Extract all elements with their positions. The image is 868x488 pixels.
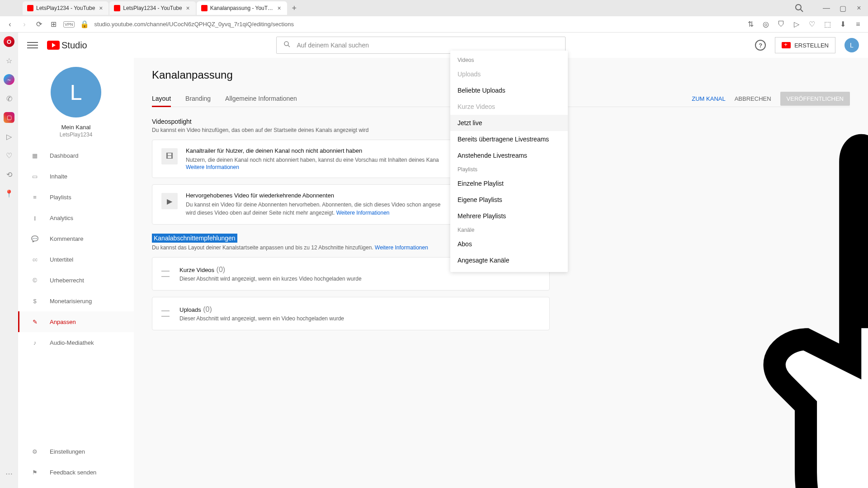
reload-icon[interactable]: ⟳ (34, 20, 43, 29)
avatar[interactable]: L (844, 38, 859, 52)
create-icon (782, 42, 791, 48)
opera-logo-icon[interactable]: O (4, 36, 14, 47)
customize-icon: ✎ (30, 317, 40, 327)
close-icon[interactable]: × (276, 5, 283, 11)
close-icon[interactable]: × (185, 5, 191, 11)
youtube-icon (47, 41, 60, 50)
back-icon[interactable]: ‹ (5, 20, 14, 29)
sections-sub: Du kannst das Layout deiner Kanalstartse… (152, 244, 373, 251)
forward-icon[interactable]: › (20, 20, 29, 29)
help-icon[interactable]: ? (755, 40, 766, 51)
lock-icon[interactable]: 🔒 (80, 20, 89, 29)
menu-icon[interactable]: ≡ (854, 20, 863, 29)
send-icon[interactable]: ▷ (792, 20, 801, 29)
sections-title: Kanalabschnittempfehlungen (152, 234, 237, 243)
dd-item-jetzt-live[interactable]: Jetzt live (450, 115, 568, 131)
featured-title: Hervorgehobenes Video für wiederkehrende… (186, 192, 440, 199)
nav-audio[interactable]: ♪Audio-Mediathek (18, 332, 134, 353)
minimize-icon[interactable]: — (821, 3, 832, 14)
svg-line-3 (288, 45, 290, 47)
close-window-icon[interactable]: × (854, 3, 864, 14)
download-icon[interactable]: ⬇ (838, 20, 847, 29)
sc-desc: Dieser Abschnitt wird angezeigt, wenn ei… (179, 315, 344, 322)
pin-icon[interactable]: 📍 (4, 188, 14, 199)
gear-icon: ⚙ (30, 446, 40, 456)
tab-branding[interactable]: Branding (185, 90, 211, 107)
nav-label: Anpassen (50, 319, 76, 325)
sync-icon[interactable]: ⇅ (746, 20, 755, 29)
studio-logo[interactable]: Studio (47, 40, 87, 51)
analytics-icon: ⫿ (30, 213, 40, 223)
nav-monetarisierung[interactable]: $Monetarisierung (18, 291, 134, 311)
heart-icon[interactable]: ♡ (807, 20, 816, 29)
trailer-link[interactable]: Weitere Informationen (186, 164, 439, 170)
dd-item-kurze[interactable]: Kurze Videos (450, 99, 568, 115)
publish-button[interactable]: VERÖFFENTLICHEN (780, 92, 850, 106)
whatsapp-icon[interactable]: ✆ (4, 93, 14, 104)
messenger-icon[interactable]: ~ (4, 74, 14, 85)
dd-item-einzelne[interactable]: Einzelne Playlist (450, 175, 568, 192)
create-button[interactable]: ERSTELLEN (775, 37, 835, 53)
nav-playlists[interactable]: ≡Playlists (18, 187, 134, 207)
nav-inhalte[interactable]: ▭Inhalte (18, 166, 134, 187)
nav-feedback[interactable]: ⚑Feedback senden (18, 462, 134, 483)
search-input[interactable] (297, 42, 559, 49)
nav-label: Urheberrecht (50, 277, 84, 284)
nav-einstellungen[interactable]: ⚙Einstellungen (18, 441, 134, 462)
dd-item-bereits[interactable]: Bereits übertragene Livestreams (450, 131, 568, 147)
channel-avatar[interactable]: L (51, 67, 101, 117)
more-icon[interactable]: ⋯ (4, 468, 14, 479)
play-icon[interactable]: ▷ (4, 131, 14, 142)
nav-analytics[interactable]: ⫿Analytics (18, 207, 134, 228)
svg-point-0 (796, 5, 801, 10)
dd-item-abos[interactable]: Abos (450, 236, 568, 252)
browser-tab-0[interactable]: LetsPlay1234 - YouTube × (23, 1, 108, 15)
shield-icon[interactable]: ⛉ (777, 20, 786, 29)
heart-sidebar-icon[interactable]: ♡ (4, 150, 14, 161)
drag-handle-icon[interactable] (161, 271, 170, 277)
dd-item-mehrere[interactable]: Mehrere Playlists (450, 208, 568, 224)
dd-item-angesagte[interactable]: Angesagte Kanäle (450, 252, 568, 268)
dd-item-uploads[interactable]: Uploads (450, 66, 568, 82)
cube-icon[interactable]: ⬚ (823, 20, 832, 29)
nav-urheberrecht[interactable]: ©Urheberrecht (18, 270, 134, 291)
featured-link[interactable]: Weitere Informationen (336, 210, 390, 216)
maximize-icon[interactable]: ▢ (837, 3, 848, 14)
search-icon[interactable] (794, 3, 805, 14)
nav-label: Playlists (50, 194, 71, 201)
star-icon[interactable]: ☆ (4, 55, 14, 66)
nav-anpassen[interactable]: ✎Anpassen (18, 311, 134, 332)
close-icon[interactable]: × (98, 5, 104, 11)
instagram-icon[interactable]: ▢ (4, 112, 14, 123)
new-tab-button[interactable]: + (288, 2, 301, 14)
apps-icon[interactable]: ⊞ (49, 20, 58, 29)
tab-info[interactable]: Allgemeine Informationen (225, 90, 297, 107)
tab-favicon (114, 5, 120, 11)
dd-item-beliebte[interactable]: Beliebte Uploads (450, 82, 568, 99)
nav-label: Monetarisierung (50, 298, 92, 305)
channel-block: L Mein Kanal LetsPlay1234 (18, 58, 134, 145)
tab-layout[interactable]: Layout (152, 90, 171, 107)
trailer-title: Kanaltrailer für Nutzer, die deinen Kana… (186, 147, 439, 154)
vpn-icon[interactable]: VPN (63, 21, 75, 28)
camera-icon[interactable]: ◎ (761, 20, 770, 29)
url-text[interactable]: studio.youtube.com/channel/UCocN6zQPHQZ_… (94, 21, 741, 28)
drag-handle-icon[interactable] (161, 310, 170, 317)
hamburger-icon[interactable] (27, 40, 38, 51)
zum-kanal-button[interactable]: ZUM KANAL (692, 95, 725, 102)
nav-kommentare[interactable]: 💬Kommentare (18, 228, 134, 249)
channel-handle: LetsPlay1234 (60, 131, 93, 138)
history-icon[interactable]: ⟲ (4, 169, 14, 180)
sections-sub-link[interactable]: Weitere Informationen (375, 244, 428, 251)
left-nav: L Mein Kanal LetsPlay1234 ▦Dashboard ▭In… (18, 58, 134, 488)
section-card-1[interactable]: Uploads (0) Dieser Abschnitt wird angeze… (152, 297, 550, 330)
browser-tab-2[interactable]: Kanalanpassung - YouTub × (197, 1, 287, 15)
abbrechen-button[interactable]: ABBRECHEN (735, 95, 771, 102)
browser-tab-1[interactable]: LetsPlay1234 - YouTube × (109, 1, 195, 15)
dd-item-eigene[interactable]: Eigene Playlists (450, 192, 568, 208)
nav-dashboard[interactable]: ▦Dashboard (18, 145, 134, 166)
nav-label: Einstellungen (50, 448, 85, 455)
content-icon: ▭ (30, 171, 40, 181)
dd-item-anstehende[interactable]: Anstehende Livestreams (450, 147, 568, 164)
nav-untertitel[interactable]: ㏄Untertitel (18, 249, 134, 270)
